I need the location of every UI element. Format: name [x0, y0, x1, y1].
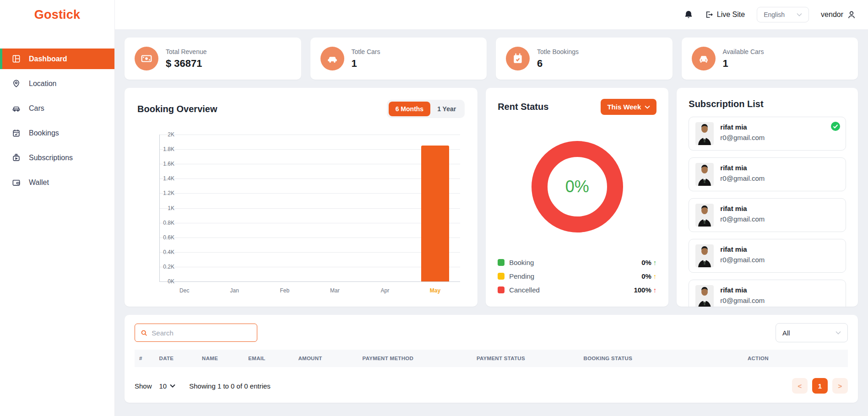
rent-status-card: Rent Status This Week 0% Booking0%↑Pendi…: [486, 88, 668, 307]
chart-column-apr: [360, 135, 410, 281]
sidebar-item-dashboard[interactable]: Dashboard: [0, 49, 114, 69]
language-value: English: [764, 11, 785, 18]
sidebar-item-subscriptions[interactable]: Subscriptions: [0, 147, 114, 168]
sidebar-item-bookings[interactable]: Bookings: [0, 123, 114, 143]
subscription-list-card: Subscription List rifat miar0@gmail.comr…: [677, 88, 858, 307]
page-size-select[interactable]: 10: [159, 382, 176, 390]
user-menu[interactable]: vendor: [821, 10, 856, 19]
range-toggle: 6 Months1 Year: [387, 100, 465, 118]
chart-column-may: [410, 135, 460, 281]
legend-swatch: [498, 273, 505, 280]
stat-value: 6: [537, 58, 579, 70]
user-icon: [847, 10, 856, 19]
pagination-prev-button[interactable]: <: [792, 378, 808, 394]
subscriber-email: r0@gmail.com: [720, 297, 765, 304]
notifications-bell-icon[interactable]: [684, 10, 693, 20]
subscriber-avatar: [695, 244, 714, 267]
sidebar-item-label: Cars: [29, 104, 44, 113]
stat-text: Available Cars1: [723, 48, 764, 70]
rent-status-donut-wrap: 0%: [498, 115, 656, 259]
subscriber-avatar: [695, 122, 714, 145]
table-column-header: PAYMENT STATUS: [472, 350, 579, 367]
topbar: Live Site English vendor: [114, 0, 868, 29]
week-filter-button[interactable]: This Week: [601, 99, 656, 115]
subscriber-name: rifat mia: [720, 123, 765, 131]
subscriber-info: rifat miar0@gmail.com: [720, 122, 765, 141]
stat-label: Total Revenue: [166, 48, 207, 55]
stat-label: Totle Cars: [352, 48, 380, 55]
sidebar-item-wallet[interactable]: Wallet: [0, 172, 114, 193]
booking-overview-title: Booking Overview: [137, 104, 217, 114]
table-column-header: EMAIL: [244, 350, 293, 367]
x-axis-label-apr: Apr: [360, 285, 410, 295]
legend-row-cancelled: Cancelled100%↑: [498, 286, 656, 294]
legend-swatch: [498, 259, 505, 266]
subscriber-info: rifat miar0@gmail.com: [720, 285, 765, 304]
toggle-option-6-months[interactable]: 6 Months: [389, 102, 430, 116]
booking-overview-chart: 0K0.2K0.4K0.6K0.8K1K1.2K1.4K1.6K1.8K2K D…: [137, 132, 465, 295]
x-axis-label-dec: Dec: [159, 285, 210, 295]
table-column-header: NAME: [197, 350, 244, 367]
stats-row: Total Revenue$ 36871Totle Cars1Totle Boo…: [125, 38, 858, 80]
table-column-header: AMOUNT: [293, 350, 358, 367]
status-filter-select[interactable]: All: [776, 323, 848, 342]
subscriptions-box-icon: [11, 153, 21, 162]
pagination-next-button[interactable]: >: [832, 378, 848, 394]
legend-value: 0%↑: [641, 259, 656, 266]
sidebar: Gostick DashboardLocationCarsBookingsSub…: [0, 0, 114, 416]
chart-column-feb: [260, 135, 310, 281]
chart-column-mar: [310, 135, 360, 281]
page-size-value: 10: [159, 382, 167, 390]
pagination-current-page[interactable]: 1: [812, 378, 828, 394]
bookings-table-card: All #DATENAMEEMAILAMOUNTPAYMENT METHODPA…: [125, 315, 858, 403]
location-pin-icon: [11, 79, 21, 88]
search-box[interactable]: [135, 324, 257, 342]
toggle-option-1-year[interactable]: 1 Year: [430, 102, 463, 116]
live-site-link[interactable]: Live Site: [705, 11, 745, 19]
subscriber-email: r0@gmail.com: [720, 256, 765, 264]
subscription-list-title: Subscription List: [689, 99, 763, 109]
calendar-check-icon: [11, 129, 21, 138]
subscription-item[interactable]: rifat miar0@gmail.com: [689, 239, 846, 273]
chevron-down-icon: [170, 383, 175, 389]
subscriber-name: rifat mia: [720, 286, 765, 294]
subscriber-name: rifat mia: [720, 164, 765, 172]
stat-text: Total Revenue$ 36871: [166, 48, 207, 70]
trend-up-arrow-icon: ↑: [653, 272, 657, 280]
subscriber-name: rifat mia: [720, 245, 765, 253]
subscription-item[interactable]: rifat miar0@gmail.com: [689, 157, 846, 191]
legend-label: Pending: [509, 272, 534, 280]
bar-may[interactable]: [421, 146, 449, 281]
subscriber-email: r0@gmail.com: [720, 215, 765, 223]
sidebar-item-location[interactable]: Location: [0, 73, 114, 94]
x-axis-label-jan: Jan: [210, 285, 260, 295]
chevron-down-icon: [797, 12, 802, 17]
search-input[interactable]: [152, 329, 251, 337]
legend-label: Booking: [509, 259, 534, 266]
donut-center-value: 0%: [565, 177, 589, 196]
stat-value: 1: [352, 58, 380, 70]
sidebar-item-label: Dashboard: [29, 55, 67, 63]
chart-column-dec: [160, 135, 210, 281]
sidebar-item-cars[interactable]: Cars: [0, 98, 114, 119]
legend-row-booking: Booking0%↑: [498, 259, 656, 266]
subscription-item[interactable]: rifat miar0@gmail.com: [689, 117, 846, 151]
rent-status-title: Rent Status: [498, 102, 548, 112]
language-select[interactable]: English: [757, 7, 809, 22]
stat-card: Totle Cars1: [310, 38, 487, 80]
subscriber-info: rifat miar0@gmail.com: [720, 244, 765, 264]
stat-value: 1: [723, 58, 764, 70]
dashboard-icon: [11, 54, 21, 64]
chart-columns: [160, 135, 460, 281]
x-axis-label-feb: Feb: [260, 285, 310, 295]
booking-overview-card: Booking Overview 6 Months1 Year 0K0.2K0.…: [125, 88, 477, 307]
rent-status-legend: Booking0%↑Pending0%↑Cancelled100%↑: [498, 259, 656, 296]
subscriber-name: rifat mia: [720, 205, 765, 212]
sidebar-menu: DashboardLocationCarsBookingsSubscriptio…: [0, 49, 114, 193]
trend-up-arrow-icon: ↑: [653, 259, 657, 266]
search-icon: [141, 329, 147, 337]
subscription-item[interactable]: rifat miar0@gmail.com: [689, 280, 846, 307]
subscriber-avatar: [695, 285, 714, 307]
subscription-item[interactable]: rifat miar0@gmail.com: [689, 198, 846, 232]
chart-column-jan: [210, 135, 260, 281]
